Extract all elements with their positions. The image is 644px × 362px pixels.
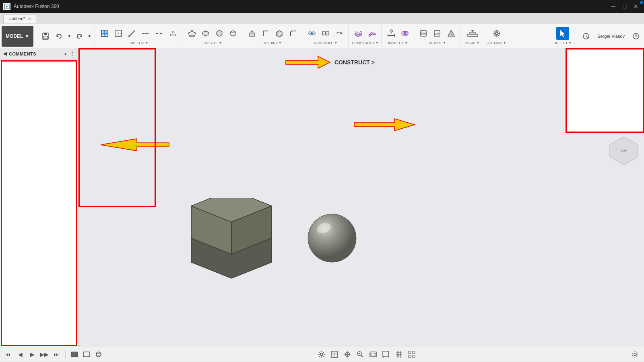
svg-marker-5 [57,35,59,37]
line-tool-button[interactable] [126,27,138,40]
revolve-button[interactable] [199,27,212,40]
view-mode-sphere-bottom[interactable] [94,350,103,359]
extrude-button[interactable] [186,27,198,40]
insert-group: SVG DXF INSERT ▼ [415,26,460,47]
stop-sketch-button[interactable] [112,27,125,40]
comments-label: COMMENTS [9,51,36,56]
pan-button[interactable] [342,350,353,359]
title-bar-right: ─ □ ✕ [609,2,641,11]
make-buttons [464,27,481,40]
assemble-group: ASSEMBLE ▼ [303,26,349,47]
plane-at-angle-button[interactable] [365,27,378,40]
view-cube-button[interactable] [380,350,392,359]
rigid-group-button[interactable] [319,27,332,40]
comments-back-arrow[interactable]: ◀ [3,51,6,56]
drive-joints-button[interactable] [333,27,346,40]
dimension-button[interactable]: D [167,27,180,40]
undo-button[interactable] [53,30,66,43]
svg-point-89 [96,354,101,355]
first-frame-button[interactable]: ⏮ [3,350,13,359]
toolbar-separator [577,28,577,44]
inspect-group: INSPECT ▼ [382,26,414,47]
joint-button[interactable] [305,27,318,40]
construct-group: CONSTRUCT ▼ [349,26,381,47]
redo-button[interactable] [73,30,86,43]
view-env-button[interactable] [406,350,417,359]
main-area: ◀ COMMENTS + ⋮ [0,48,644,347]
redo-dropdown[interactable]: ▼ [87,30,92,43]
sketch-buttons: D [98,27,180,40]
bottom-center [316,350,417,359]
press-pull-button[interactable] [246,27,258,40]
prev-frame-button[interactable]: ◀ [15,350,25,359]
comments-body [1,60,77,346]
help-icon[interactable]: ? [630,30,642,43]
model-mode-button[interactable]: MODEL ▼ [2,26,33,47]
view-mode-wireframe[interactable] [82,350,91,359]
svg-rect-99 [331,351,338,358]
sphere-3d [304,210,360,266]
assemble-label: ASSEMBLE ▼ [314,40,337,46]
svg-rect-32 [249,33,255,36]
interference-button[interactable] [398,27,411,40]
measure-button[interactable] [385,27,398,40]
svg-rect-60 [470,32,475,34]
view-cube[interactable]: TOP [608,135,640,167]
comments-plus-icon[interactable]: + [64,51,67,56]
offset-plane-button[interactable] [352,27,365,40]
undo-dropdown[interactable]: ▼ [66,30,72,43]
close-button[interactable]: ✕ [631,2,641,11]
select-label: SELECT ▼ [553,40,572,46]
display-settings-button[interactable] [316,350,327,359]
fillet-button[interactable] [259,27,272,40]
svg-line-98 [319,356,320,357]
view-grid-button[interactable] [393,350,405,359]
construct-label: CONSTRUCT ▼ [352,40,378,46]
right-arrow-icon [352,115,417,135]
clock-icon[interactable] [580,30,592,43]
sphere-create-button[interactable] [213,27,226,40]
dash-line-button[interactable] [139,27,152,40]
viewport[interactable]: CONSTRUCT > TOP [78,48,644,347]
addins-buttons [490,27,503,40]
svg-rect-59 [468,34,477,37]
view-mode-solid[interactable] [70,350,79,359]
construct-buttons [352,27,378,40]
tab-close-icon[interactable]: ✕ [28,16,31,21]
svg-point-79 [308,214,356,262]
select-button[interactable] [556,27,569,40]
maximize-button[interactable]: □ [620,2,630,11]
user-name-button[interactable]: Sergei Vlasov [594,30,628,43]
shell-button[interactable] [273,27,286,40]
fit-screen-button[interactable] [367,350,379,359]
svg-marker-29 [230,31,236,36]
inspect-buttons [385,27,411,40]
document-tab[interactable]: Untitled* ✕ [3,14,36,23]
chamfer-button[interactable] [287,27,299,40]
insert-svg-button[interactable]: SVG [417,27,430,40]
red-box-left-panel [78,48,156,207]
zoom-button[interactable] [355,350,366,359]
svg-marker-82 [101,139,169,151]
grid-settings-button[interactable] [329,350,340,359]
last-frame-button[interactable]: ⏭ [52,350,61,359]
comments-options[interactable]: ⋮ [69,51,75,57]
settings-button[interactable] [630,350,641,359]
insert-dxf-button[interactable]: DXF [431,27,444,40]
next-frame-button[interactable]: ▶▶ [39,350,49,359]
left-panel: ◀ COMMENTS + ⋮ [0,48,78,347]
box-create-button[interactable] [227,27,239,40]
minimize-button[interactable]: ─ [609,2,618,11]
svg-point-90 [320,353,323,356]
dash-dot-line-button[interactable] [153,27,166,40]
right-arrow-annotation [352,115,417,136]
app-title: Autodesk Fusion 360 [14,4,59,9]
create-sketch-button[interactable] [98,27,111,40]
play-button[interactable]: ▶ [27,350,37,359]
tab-bar: Untitled* ✕ [0,13,644,24]
insert-mesh-button[interactable] [445,27,458,40]
scripts-addins-button[interactable] [490,27,503,40]
left-arrow-icon [99,135,171,155]
3d-print-button[interactable] [464,27,481,40]
save-button[interactable] [39,30,52,43]
